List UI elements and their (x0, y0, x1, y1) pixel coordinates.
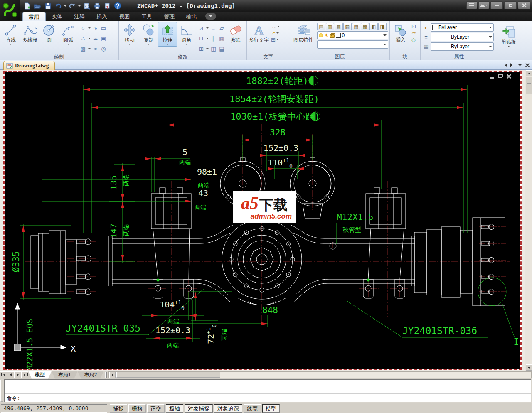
close-button[interactable] (518, 1, 530, 9)
app-logo[interactable] (0, 0, 20, 20)
layer-unlock-icon[interactable]: ▩ (361, 23, 369, 30)
print-button[interactable] (92, 1, 101, 10)
scroll-right-button[interactable] (109, 372, 116, 378)
minimize-button[interactable] (490, 1, 503, 9)
tab-scroll-left-icon[interactable] (503, 63, 507, 67)
attribute-icon[interactable]: ◇ (411, 37, 416, 42)
mdi-close-icon[interactable] (507, 74, 511, 79)
dropdown-caret[interactable] (277, 26, 280, 28)
edit-block-icon[interactable]: ▱ (411, 30, 416, 36)
tab-view[interactable]: 视图 (113, 12, 135, 21)
dropdown-caret[interactable] (276, 39, 279, 42)
polyline-button[interactable]: 多线段 (20, 22, 39, 47)
last-layout-button[interactable] (21, 371, 28, 378)
tab-scroll-right-icon[interactable] (510, 63, 515, 67)
stretch-button[interactable]: 拉伸 (158, 22, 177, 47)
command-input-area[interactable]: 命令: (4, 379, 531, 402)
erase-button[interactable]: 擦除 (226, 22, 245, 43)
layer-isolate-icon[interactable]: ▦ (335, 23, 343, 30)
toggle-polar[interactable]: 极轴 (166, 404, 183, 413)
prev-layout-button[interactable] (7, 371, 14, 378)
linetype-select[interactable]: ByLayer (431, 33, 494, 41)
tab-insert[interactable]: 插入 (91, 12, 113, 21)
menu-style-button[interactable] (466, 1, 477, 9)
offset-icon[interactable]: ≡ (212, 25, 215, 31)
tab-tools[interactable]: 工具 (135, 12, 158, 21)
tab-output[interactable]: 输出 (180, 12, 203, 21)
toggle-lineweight[interactable]: 线宽 (244, 404, 261, 413)
vertical-scroll-thumb[interactable] (526, 77, 532, 94)
color-palette-icon[interactable]: ◐ (423, 25, 429, 31)
drawing-viewport[interactable]: a5 下载 admin5.com (3, 71, 522, 370)
array-icon[interactable]: ⊞ (199, 46, 204, 52)
layer-match-icon[interactable]: ◨ (378, 23, 387, 30)
toggle-model-space[interactable]: 模型 (262, 404, 280, 413)
scroll-up-button[interactable] (526, 70, 532, 76)
tab-solid[interactable]: 实体 (46, 12, 68, 21)
layer-freeze-icon[interactable]: ▥ (326, 23, 334, 30)
tab-scroll-splitter[interactable] (105, 372, 107, 378)
layer-select[interactable]: ☀ 0 (317, 31, 388, 39)
line-button[interactable]: 直线 (1, 22, 20, 47)
explode-icon[interactable]: ◫ (211, 46, 216, 52)
open-file-button[interactable] (33, 1, 42, 10)
table-icon[interactable]: ⊞ (271, 37, 276, 42)
mdi-minimize-icon[interactable] (490, 77, 494, 79)
fillet-button[interactable]: 圆角 (177, 22, 196, 47)
circle-button[interactable]: 圆 (39, 22, 59, 47)
publish-button[interactable] (103, 1, 112, 10)
tab-layout2[interactable]: 布局2 (78, 371, 104, 379)
paste-button[interactable]: 剪贴板 (499, 22, 518, 59)
undo-dropdown-caret[interactable] (64, 5, 66, 8)
dropdown-caret[interactable] (206, 48, 209, 51)
leader-icon[interactable]: ↗ (271, 30, 276, 36)
tab-list-icon[interactable] (518, 64, 522, 68)
align-icon[interactable]: ∥ (212, 36, 215, 41)
move-button[interactable]: 移动 (120, 22, 139, 47)
insert-block-button[interactable]: 插入 (391, 22, 410, 43)
dropdown-caret[interactable] (206, 27, 209, 30)
mtext-button[interactable]: A 多行文字 (248, 22, 270, 47)
tab-manage[interactable]: 管理 (158, 12, 180, 21)
break-icon[interactable]: ⊓ (199, 36, 203, 41)
layer-on-icon[interactable]: ▤ (317, 23, 325, 30)
hatch-icon[interactable]: ▨ (81, 46, 86, 52)
revcloud-icon[interactable]: ☁ (93, 36, 98, 41)
layer-properties-button[interactable]: 图层特性 (291, 22, 315, 43)
toggle-ortho[interactable]: 正交 (147, 404, 165, 413)
undo-button[interactable] (54, 1, 63, 10)
dropdown-caret[interactable] (206, 38, 209, 40)
save-button[interactable] (43, 1, 52, 10)
vertical-scrollbar[interactable] (525, 70, 532, 371)
toggle-osnap[interactable]: 对象捕捉 (185, 404, 213, 413)
layer-unisolate-icon[interactable]: ▧ (343, 23, 352, 30)
tab-home[interactable]: 常用 (22, 12, 46, 21)
edit-hatch-icon[interactable]: ▤ (219, 46, 224, 52)
lineweight-select[interactable]: ByLayer (431, 42, 494, 51)
document-tab[interactable]: DWG Drawing1.dwg (3, 61, 55, 70)
lineweight-icon[interactable]: ≡ (423, 34, 429, 40)
horizontal-scroll-thumb[interactable] (116, 372, 220, 378)
trim-icon[interactable]: ⊿ (199, 25, 204, 31)
restore-button[interactable] (504, 1, 517, 9)
scale-icon[interactable]: ▨ (219, 36, 224, 41)
donut-icon[interactable]: ◎ (101, 46, 106, 52)
toggle-snap[interactable]: 捕捉 (110, 404, 127, 413)
toggle-grid[interactable]: 栅格 (128, 404, 146, 413)
arc-button[interactable]: 圆弧 (59, 22, 78, 47)
layer-lock-icon[interactable]: ▨ (352, 23, 360, 30)
tab-model[interactable]: 模型 (28, 371, 52, 379)
first-layout-button[interactable] (0, 371, 7, 378)
wipeout-icon[interactable]: ≈ (94, 46, 96, 52)
color-select[interactable]: ByLayer (431, 23, 494, 32)
spline-icon[interactable]: ∿ (93, 25, 98, 31)
plot-preview-button[interactable] (82, 1, 91, 10)
redo-button[interactable] (68, 1, 77, 10)
tab-close-icon[interactable] (525, 63, 530, 67)
command-prompt[interactable]: 命令: (5, 394, 531, 402)
rectangle-icon[interactable]: ▭ (101, 25, 106, 31)
copy-button[interactable]: 复制 (139, 22, 158, 47)
linetype-list-icon[interactable]: ▦ (423, 44, 429, 50)
layer-current-icon[interactable]: ◧ (369, 23, 378, 30)
dim-linear-icon[interactable]: ↔ (271, 24, 276, 29)
